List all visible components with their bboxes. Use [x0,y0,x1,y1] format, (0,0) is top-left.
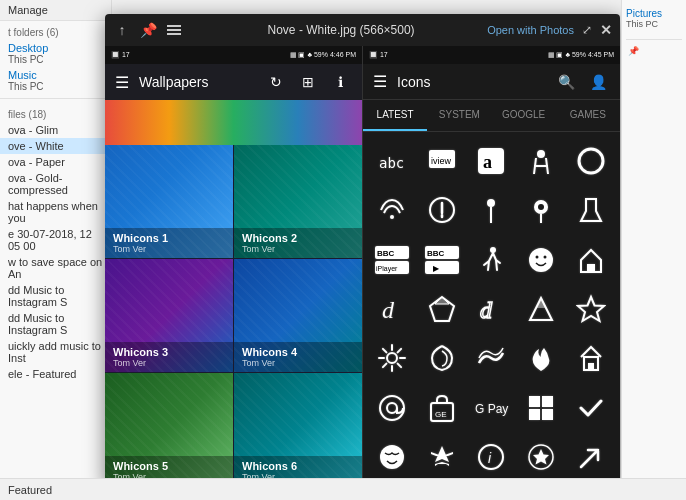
file-item-9[interactable]: dd Music to Instagram S [0,310,111,338]
svg-rect-0 [167,25,181,27]
sidebar-item-music[interactable]: Music This PC [0,67,111,94]
icon-cell-wave[interactable] [467,334,517,383]
svg-text:abc: abc [379,155,404,171]
file-item-1[interactable]: ova - Glim [0,122,111,138]
icon-cell-info2[interactable]: i [467,433,517,482]
tab-games[interactable]: GAMES [556,100,620,131]
svg-point-12 [487,199,495,207]
wallpapers-grid-icon[interactable]: ⊞ [296,70,320,94]
wallpapers-refresh-icon[interactable]: ↻ [264,70,288,94]
icon-swirl [424,340,460,376]
wallpapers-status-right: ▦ ▣ ♣ 59% 4:46 PM [290,51,356,59]
wallpapers-menu-icon[interactable]: ☰ [115,73,129,92]
icon-fire [523,340,559,376]
list-icon[interactable] [165,21,183,39]
wallpaper-cell-1[interactable]: Whicons 1 Tom Ver [105,145,233,258]
back-icon[interactable]: ↑ [113,21,131,39]
icon-cell-star[interactable] [566,284,616,333]
icon-cell-bbc1[interactable]: BBC iPlayer [367,235,417,284]
icon-cell-fire[interactable] [516,334,566,383]
icon-cell-d1[interactable]: d [367,284,417,333]
icon-cell-house[interactable] [566,235,616,284]
icon-cell-smiley[interactable] [516,235,566,284]
icon-cell-house2[interactable] [566,334,616,383]
file-item-3[interactable]: ova - Paper [0,154,111,170]
svg-rect-48 [529,409,540,420]
icon-bbc-iplayer: BBC iPlayer [374,242,410,278]
icon-cell-pin[interactable] [516,185,566,234]
icon-cell-gear[interactable] [367,334,417,383]
icon-cell-bag[interactable]: GE [417,383,467,432]
icon-cell-mountain[interactable] [516,284,566,333]
wallpaper-cell-6-name: Whicons 6 [242,460,354,472]
svg-point-42 [387,403,397,413]
icon-cell-signal[interactable] [367,185,417,234]
icon-cell-tv[interactable]: iview [417,136,467,185]
open-with-photos[interactable]: Open with Photos [487,24,574,36]
icons-search-icon[interactable]: 🔍 [554,70,578,94]
icon-cell-runner[interactable] [467,235,517,284]
icon-cell-abc[interactable]: abc [367,136,417,185]
icon-cell-swirl[interactable] [417,334,467,383]
icon-cell-sos[interactable] [417,185,467,234]
svg-rect-49 [542,409,553,420]
icon-cell-arrow[interactable] [566,433,616,482]
wallpaper-cell-2[interactable]: Whicons 2 Tom Ver [234,145,362,258]
tab-system[interactable]: SYSTEM [427,100,491,131]
icon-cell-check[interactable] [566,383,616,432]
file-item-6[interactable]: e 30-07-2018, 12 05 00 [0,226,111,254]
titlebar-title: Nove - White.jpg (566×500) [195,23,487,37]
tab-google[interactable]: GOOGLE [492,100,556,131]
svg-text:▶: ▶ [433,264,440,273]
svg-rect-2 [167,33,181,35]
root: Manage t folders (6) Desktop This PC Mus… [0,0,686,500]
wallpaper-cell-6[interactable]: Whicons 6 Tom Ver [234,373,362,486]
icon-cell-star2[interactable] [516,433,566,482]
icon-cell-bbc2[interactable]: BBC ▶ [417,235,467,284]
wallpapers-info-icon[interactable]: ℹ [328,70,352,94]
icon-bbc-d: BBC ▶ [424,242,460,278]
wallpaper-cell-5[interactable]: Whicons 5 Tom Ver [105,373,233,486]
resize-icon[interactable]: ⤢ [582,23,592,37]
icon-cell-surf[interactable] [516,136,566,185]
icon-runner [473,242,509,278]
icons-menu-icon[interactable]: ☰ [373,72,387,91]
icon-cell-gem[interactable] [417,284,467,333]
icon-cell-at[interactable] [367,383,417,432]
icon-cell-grid[interactable] [516,383,566,432]
file-item-2[interactable]: ove - White [0,138,111,154]
file-item-11[interactable]: ele - Featured [0,366,111,382]
pin-icon[interactable]: 📌 [139,21,157,39]
file-item-5[interactable]: hat happens when you [0,198,111,226]
icon-cell-face[interactable] [367,433,417,482]
svg-rect-47 [542,396,553,407]
icon-cell-dot[interactable] [467,185,517,234]
close-icon[interactable]: ✕ [600,22,612,38]
icon-cell-gpay[interactable]: G Pay [467,383,517,432]
wallpaper-cell-3[interactable]: Whicons 3 Tom Ver [105,259,233,372]
wallpaper-cell-1-name: Whicons 1 [113,232,225,244]
icon-cell-d2[interactable]: d [467,284,517,333]
wallpaper-cell-4-author: Tom Ver [242,358,354,368]
icon-cell-a[interactable]: a [467,136,517,185]
sidebar-item-desktop[interactable]: Desktop This PC [0,40,111,67]
file-item-7[interactable]: w to save space on An [0,254,111,282]
icon-surf [523,143,559,179]
file-item-8[interactable]: dd Music to Instagram S [0,282,111,310]
right-sidebar-pictures[interactable]: Pictures This PC [626,8,682,29]
icons-grid: abc iview [363,132,620,486]
wallpaper-cell-4[interactable]: Whicons 4 Tom Ver [234,259,362,372]
icon-cell-flask[interactable] [566,185,616,234]
icons-profile-icon[interactable]: 👤 [586,70,610,94]
wallpapers-app-icons: ↻ ⊞ ℹ [264,70,352,94]
icon-cell-circle[interactable] [566,136,616,185]
file-item-4[interactable]: ova - Gold-compressed [0,170,111,198]
wallpapers-inner: 🔲 17 ▦ ▣ ♣ 59% 4:46 PM ☰ Wallpapers ↻ ⊞ … [105,46,362,486]
svg-rect-30 [587,264,595,272]
right-icon-1[interactable]: 📌 [626,44,682,58]
wallpaper-cell-1-bg [105,145,233,258]
file-item-10[interactable]: uickly add music to Inst [0,338,111,366]
svg-text:iPlayer: iPlayer [376,265,398,273]
tab-latest[interactable]: LATEST [363,100,427,131]
icon-cell-plane[interactable] [417,433,467,482]
